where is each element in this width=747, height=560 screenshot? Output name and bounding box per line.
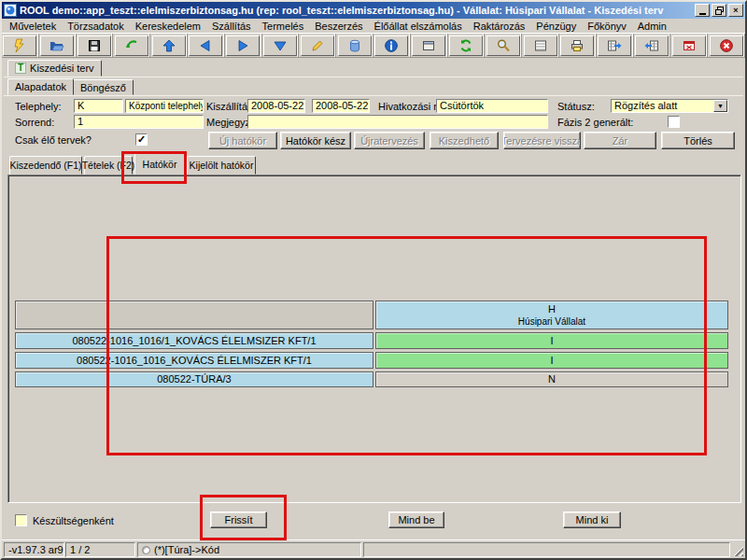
edit-pencil-icon [310,38,325,53]
menu-item-raktarozas[interactable]: Raktározás [468,20,531,33]
keszultsegenkent-checkbox[interactable] [15,514,27,526]
resize-grip[interactable] [731,544,743,556]
toolbar-button-open-folder[interactable] [40,35,74,56]
menu-item-kereskedelem[interactable]: Kereskedelem [130,20,206,33]
column-header-code: H [376,302,727,315]
fazis2-checkbox[interactable] [668,116,680,128]
toolbar-slot-4 [150,34,188,57]
tab-alapadatok[interactable]: Alapadatok [7,78,74,95]
hivatkozasi-nev-field[interactable]: Csütörtök [436,99,548,113]
previous-record-icon [198,38,213,53]
mind-be-button[interactable]: Mind be [388,511,444,528]
execute-lightning-icon [12,38,27,53]
toolbar-button-exit[interactable] [710,35,743,56]
menu-item-eloallat-elszamolas[interactable]: Élőállat elszámolás [369,20,468,33]
toolbar-button-close-window[interactable] [672,35,706,56]
zar-button[interactable]: Zár [584,132,656,149]
toolbar-slot-16 [597,34,634,57]
tab-kiszedesi-terv[interactable]: T Kiszedési terv [7,60,102,77]
menu-item-muveletek[interactable]: Műveletek [4,20,62,33]
table-row-value[interactable]: I [375,332,728,349]
toolbar-button-list-rows[interactable] [524,35,557,56]
table-row-label[interactable]: 080522-1016_1016_KOVÁCS ÉLELMISZER KFT/1 [15,352,374,369]
search-icon [496,38,511,53]
table-row-label[interactable]: 080522-TÚRA/3 [15,371,374,387]
refresh-icon [458,38,473,53]
toolbar-slot-17 [634,34,671,57]
app-window: ROOL demo::app_teszt::elelmiszerbiztonsa… [0,0,747,560]
sorrend-field[interactable]: 1 [74,115,204,129]
menu-item-torzsadatok[interactable]: Törzsadatok [62,20,130,33]
telephely-name-field[interactable]: Központi telephely [125,99,204,113]
toolbar-button-info[interactable] [374,35,408,56]
menu-item-szallitas[interactable]: Szállítás [206,20,257,33]
toolbar-button-first-record[interactable] [152,35,186,56]
csak-elo-label: Csak élő tervek? [15,134,92,146]
list-rows-icon [533,38,548,53]
table-row-value[interactable]: N [375,371,728,387]
tab-divider-line [4,77,743,77]
toolbar-slot-7 [262,34,300,57]
statusz-value: Rögzítés alatt [614,100,677,112]
toolbar-button-undo-arrow[interactable] [115,35,148,56]
menu-item-fokonyv[interactable]: Főkönyv [582,20,632,33]
toolbar-button-form-window[interactable] [412,35,445,56]
open-folder-icon [49,38,64,53]
torles-button[interactable]: Törlés [661,132,735,149]
toolbar-button-table-export[interactable] [598,35,631,56]
toolbar-button-search[interactable] [486,35,520,56]
form-window-icon [421,38,436,53]
menu-item-beszerzes[interactable]: Beszerzés [309,20,368,33]
tab-kijelolt-hatokor[interactable]: Kijelölt hatókör [187,156,256,175]
frissit-button[interactable]: Frissít [210,511,267,528]
minimize-button[interactable] [695,4,710,17]
toolbar-button-edit-pencil[interactable] [301,35,334,56]
fazis2-label: Fázis 2 generált: [557,117,633,128]
statusz-dropdown[interactable]: Rögzítés alatt ▼ [611,99,728,113]
tab-hatokor[interactable]: Hatókör [134,153,185,175]
megjegyzes-field[interactable] [247,115,548,129]
toolbar-slot-1 [39,34,77,57]
toolbar-button-refresh[interactable] [449,35,483,56]
toolbar-button-database[interactable] [338,35,372,56]
kiszedheto-button[interactable]: Kiszedhető [430,132,499,149]
toolbar [2,33,745,58]
menu-item-admin[interactable]: Admin [632,20,672,33]
titlebar: ROOL demo::app_teszt::elelmiszerbiztonsa… [2,2,745,19]
tab-kiszedendo-f1[interactable]: Kiszedendő (F1) [9,156,82,175]
close-window-icon [682,38,697,53]
toolbar-slot-2 [77,34,114,57]
telephely-code-field[interactable]: K [74,99,123,113]
close-button[interactable]: × [728,4,743,17]
tab-bongeszo[interactable]: Böngésző [73,79,134,95]
tab-tetelek-f2[interactable]: Tételek (F2) [84,156,133,175]
status-page: 1 / 2 [65,542,135,557]
menu-item-penzugy[interactable]: Pénzügy [530,20,582,33]
menu-item-termeles[interactable]: Termelés [257,20,310,33]
mind-ki-button[interactable]: Mind ki [563,511,621,528]
uj-hatokor-button[interactable]: Új hatókör [208,132,277,149]
table-column-header[interactable]: H Húsipari Vállalat [375,301,728,329]
exit-icon [719,38,734,53]
restore-button[interactable] [712,4,726,17]
tervezesre-vissza-button[interactable]: Tervezésre vissza [503,132,581,149]
csak-elo-checkbox[interactable]: ✓ [135,133,148,146]
table-row-value[interactable]: I [375,352,728,369]
toolbar-button-execute-lightning[interactable] [3,35,36,56]
toolbar-button-next-record[interactable] [226,35,260,56]
toolbar-slot-11 [411,34,448,57]
hatokor-kesz-button[interactable]: Hatókör kész [280,132,351,149]
kiszallitas-from-field[interactable]: 2008-05-22 [247,99,305,113]
toolbar-button-previous-record[interactable] [189,35,222,56]
table-row-label[interactable]: 080522-1016_1016/1_KOVÁCS ÉLELMSIZER KFT… [15,332,374,349]
chevron-down-icon[interactable]: ▼ [713,100,727,112]
kiszallitas-to-field[interactable]: 2008-05-22 [312,99,370,113]
toolbar-slot-12 [448,34,486,57]
toolbar-button-print[interactable] [560,35,594,56]
toolbar-button-save[interactable] [78,35,111,56]
ujratervezes-button[interactable]: Újratervezés [354,132,425,149]
toolbar-button-table-import[interactable] [635,35,669,56]
toolbar-button-last-record[interactable] [263,35,297,56]
database-icon [347,38,362,53]
status-hint: (*)[Túra]->Kód [154,544,219,555]
